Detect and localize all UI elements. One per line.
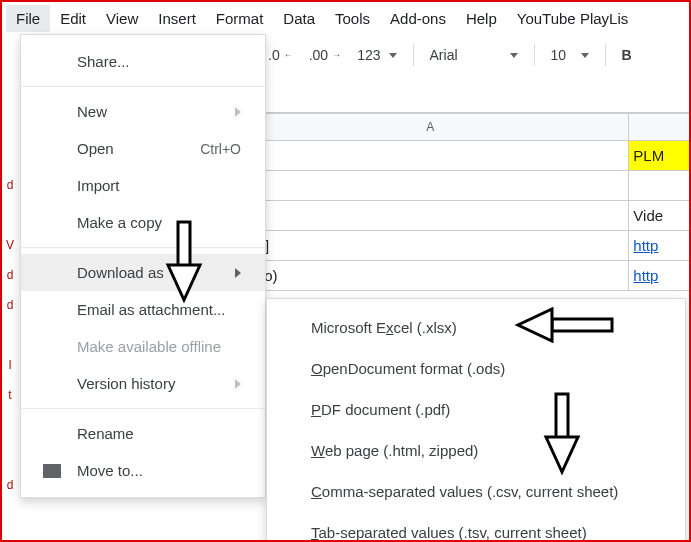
svg-marker-1 bbox=[168, 265, 200, 300]
cell[interactable]: deo] bbox=[232, 231, 629, 261]
cell[interactable] bbox=[232, 171, 629, 201]
cell[interactable]: /ideo) bbox=[232, 261, 629, 291]
font-family-select[interactable]: Arial bbox=[424, 43, 524, 67]
font-size-select[interactable]: 10 bbox=[545, 43, 595, 67]
folder-icon bbox=[43, 464, 61, 478]
menu-item-version-history[interactable]: Version history bbox=[21, 365, 265, 402]
menu-edit[interactable]: Edit bbox=[50, 5, 96, 32]
menu-item-move-to[interactable]: Move to... bbox=[21, 452, 265, 489]
file-menu-dropdown: Share... New OpenCtrl+O Import Make a co… bbox=[20, 34, 266, 498]
menu-item-download-as[interactable]: Download as bbox=[21, 254, 265, 291]
submenu-item-web[interactable]: Web page (.html, zipped) bbox=[267, 430, 685, 471]
menu-help[interactable]: Help bbox=[456, 5, 507, 32]
spreadsheet-grid[interactable]: A L) PLM Vide deo] http /ideo) http bbox=[232, 112, 689, 291]
svg-rect-2 bbox=[552, 319, 612, 331]
more-formats-button[interactable]: 123 bbox=[351, 43, 402, 67]
menu-view[interactable]: View bbox=[96, 5, 148, 32]
bold-button[interactable]: B bbox=[616, 43, 638, 67]
menu-data[interactable]: Data bbox=[273, 5, 325, 32]
menu-format[interactable]: Format bbox=[206, 5, 274, 32]
decrease-decimal-button[interactable]: .0← bbox=[262, 43, 299, 67]
submenu-item-pdf[interactable]: PDF document (.pdf) bbox=[267, 389, 685, 430]
cell[interactable] bbox=[232, 201, 629, 231]
menu-file[interactable]: File bbox=[6, 5, 50, 32]
column-header-b[interactable] bbox=[629, 113, 689, 141]
submenu-item-tsv[interactable]: Tab-separated values (.tsv, current shee… bbox=[267, 512, 685, 542]
menu-insert[interactable]: Insert bbox=[148, 5, 206, 32]
row-headers: d V d d l t d bbox=[2, 140, 16, 500]
chevron-right-icon bbox=[235, 379, 241, 389]
menu-tools[interactable]: Tools bbox=[325, 5, 380, 32]
cell[interactable]: Vide bbox=[629, 201, 689, 231]
submenu-item-xlsx[interactable]: Microsoft Excel (.xlsx) bbox=[267, 307, 685, 348]
annotation-arrow-down-1 bbox=[164, 220, 204, 305]
menu-youtube-playlist[interactable]: YouTube PlayLis bbox=[507, 5, 638, 32]
svg-marker-5 bbox=[546, 437, 578, 472]
cell[interactable]: http bbox=[629, 261, 689, 291]
menubar: File Edit View Insert Format Data Tools … bbox=[2, 2, 689, 34]
annotation-arrow-down-2 bbox=[542, 392, 582, 477]
cell[interactable]: L) bbox=[232, 141, 629, 171]
chevron-down-icon bbox=[510, 53, 518, 58]
chevron-down-icon bbox=[581, 53, 589, 58]
svg-marker-3 bbox=[518, 309, 552, 341]
menu-item-make-copy[interactable]: Make a copy bbox=[21, 204, 265, 241]
menu-item-rename[interactable]: Rename bbox=[21, 415, 265, 452]
annotation-arrow-left bbox=[512, 307, 617, 343]
increase-decimal-button[interactable]: .00→ bbox=[303, 43, 347, 67]
svg-rect-4 bbox=[556, 394, 568, 439]
menu-item-new[interactable]: New bbox=[21, 93, 265, 130]
svg-rect-0 bbox=[178, 222, 190, 267]
shortcut-label: Ctrl+O bbox=[200, 141, 241, 157]
chevron-down-icon bbox=[389, 53, 397, 58]
column-header-a[interactable]: A bbox=[232, 113, 629, 141]
chevron-right-icon bbox=[235, 107, 241, 117]
menu-addons[interactable]: Add-ons bbox=[380, 5, 456, 32]
menu-item-open[interactable]: OpenCtrl+O bbox=[21, 130, 265, 167]
menu-item-share[interactable]: Share... bbox=[21, 43, 265, 80]
download-as-submenu: Microsoft Excel (.xlsx) OpenDocument for… bbox=[266, 298, 686, 542]
cell[interactable]: PLM bbox=[629, 141, 689, 171]
submenu-item-csv[interactable]: Comma-separated values (.csv, current sh… bbox=[267, 471, 685, 512]
menu-item-email-attachment[interactable]: Email as attachment... bbox=[21, 291, 265, 328]
chevron-right-icon bbox=[235, 268, 241, 278]
menu-item-available-offline: Make available offline bbox=[21, 328, 265, 365]
cell[interactable] bbox=[629, 171, 689, 201]
cell[interactable]: http bbox=[629, 231, 689, 261]
menu-item-import[interactable]: Import bbox=[21, 167, 265, 204]
submenu-item-ods[interactable]: OpenDocument format (.ods) bbox=[267, 348, 685, 389]
